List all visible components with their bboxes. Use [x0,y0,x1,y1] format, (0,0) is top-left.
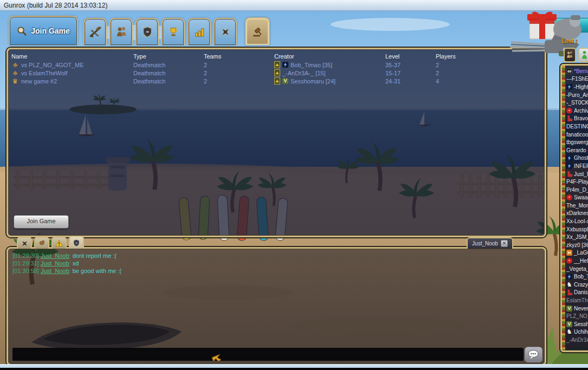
chat-text: dont report me :( [73,252,117,259]
chat-username[interactable]: Just_Noob [41,268,69,274]
game-teams: 2 [204,78,274,85]
player-name: PLZ_NO_4 [566,313,588,319]
player-name: Danish [574,289,588,295]
chat-username[interactable]: Just_Noob [41,260,69,267]
player-row[interactable]: Gerardo [4 [566,146,588,154]
online-friends-button[interactable] [578,48,588,62]
clan-icon [282,62,288,68]
chat-tab-reports[interactable] [51,237,67,249]
player-name: GhostV [574,155,588,161]
creator-name: Bob_Timao [35] [290,62,332,68]
player-name: INFERI [574,163,588,169]
tab-weapons[interactable] [83,18,107,45]
player-row[interactable]: INFERI [566,162,588,170]
chat-username[interactable]: Just_Noob [41,252,69,259]
player-row[interactable]: NeverS [566,304,588,313]
player-name: Gerardo [4 [566,147,588,153]
tab-rankings[interactable] [188,18,211,45]
game-name: vs EslamTheWolf [21,70,67,76]
player-row[interactable]: _-AnDr3A- [566,336,588,344]
private-chat-tab-label: Just_Noob [472,241,498,246]
player-name: -_ST0CK_ [566,100,588,106]
player-row[interactable]: Xx_JSM_x [566,233,588,241]
player-row[interactable]: Xx-LooI-x3 [566,217,588,225]
chat-timestamp: [01:29:30] [12,252,39,259]
rank-badge-icon [274,69,280,76]
tab-auction[interactable] [245,17,270,45]
emote-bubble-button[interactable] [525,347,542,362]
chat-timestamp: [01:30:58] [12,268,39,274]
rifle-icon [88,25,103,39]
player-row[interactable]: The_Mons [566,202,588,210]
player-row[interactable]: Sessh [566,320,588,328]
player-name: _-AnDr3A- [566,337,588,343]
svg-text:∞: ∞ [145,29,148,34]
tab-join-game[interactable]: Join Game [9,16,78,45]
col-type: Type [133,53,204,60]
game-row[interactable]: vs EslamTheWolf Deathmatch 2 _-AnDr3A-_ … [8,69,545,77]
trophy-icon [167,25,179,38]
player-row[interactable]: Bravos [566,115,588,123]
clan-icon [566,194,572,200]
col-creator: Creator [274,53,385,60]
clan-icon [566,289,572,295]
tab-tournaments[interactable] [161,18,185,45]
player-row[interactable]: CrazyC [566,281,588,289]
player-row[interactable]: PLZ_NO_4 [566,312,588,320]
tab-battles[interactable] [214,18,237,45]
player-row[interactable]: DESTINO- [566,122,588,131]
player-row[interactable]: EslamTheV [566,296,588,304]
player-name: zkyz0 [36] [566,242,588,248]
game-list-panel: Name Type Teams Creator Level Players vs… [7,48,546,237]
tab-teams[interactable] [109,18,133,45]
clan-icon [566,321,572,327]
tab-clan-wars[interactable]: ∞ [135,18,159,45]
player-row[interactable]: _LaGG [566,249,588,257]
clan-icon [566,171,572,177]
player-row[interactable]: Bob_T [566,272,588,281]
chat-tab-battles[interactable] [17,237,32,249]
chat-input-bar[interactable] [12,348,524,361]
player-row[interactable]: __HeII [566,257,588,265]
game-name: vs PLZ_NO_4GOT_ME [21,62,84,68]
player-row[interactable]: GhostV [566,154,588,163]
game-type-icon [11,69,19,77]
player-row[interactable]: Pr4m_D_0 [566,186,588,194]
private-chat-tab[interactable]: Just_Noob [467,237,513,249]
game-row[interactable]: new game #2 Deathmatch 2 Sesshomaru [24]… [8,77,545,85]
window-titlebar[interactable]: Gunrox (build Jul 28 2014 13:03:12) [0,0,588,11]
people-icon [566,50,574,60]
chat-message: [01:30:58] Just_Noob: be good with me :( [12,267,540,275]
clan-icon [566,258,572,264]
player-row[interactable]: fanaticoo [ [566,131,588,139]
player-row[interactable]: ---F1ShEr- [566,75,588,83]
chat-tab-clan[interactable]: ∞ [69,236,84,249]
player-row[interactable]: _Vegeta_ [566,265,588,273]
player-row[interactable]: zkyz0 [36] [566,241,588,249]
player-row[interactable]: Danish [566,289,588,297]
green-player-icon [581,50,588,60]
close-icon[interactable] [501,240,508,247]
chat-input[interactable] [14,349,522,360]
player-row[interactable]: Just_N [566,170,588,178]
player-name: Swaag [574,194,588,200]
player-row[interactable]: Uchiha [566,328,588,336]
player-name: NeverS [574,306,588,311]
player-row[interactable]: Xxbusspla [566,225,588,233]
player-row[interactable]: tbgswerg [566,138,588,146]
players-list-button[interactable] [564,48,576,62]
player-row[interactable]: xDarknesD [566,210,588,218]
window-bottom-edge [0,364,588,370]
player-row[interactable]: -Puro_Anin [566,91,588,99]
player-row[interactable]: -Hights [566,83,588,91]
player-row[interactable]: *Berna [566,67,588,75]
player-row[interactable]: Archiv [566,107,588,115]
game-row[interactable]: vs PLZ_NO_4GOT_ME Deathmatch 2 Bob_Timao… [8,61,545,69]
player-row[interactable]: P4F-Play-4 [566,178,588,186]
chat-tab-gestures[interactable] [34,237,49,249]
player-row[interactable]: Swaag [566,194,588,202]
player-name: fanaticoo [ [566,132,588,138]
player-row[interactable]: -_ST0CK_ [566,99,588,107]
player-name: *Berna [574,68,588,74]
join-game-button[interactable]: Join Game [14,215,69,229]
